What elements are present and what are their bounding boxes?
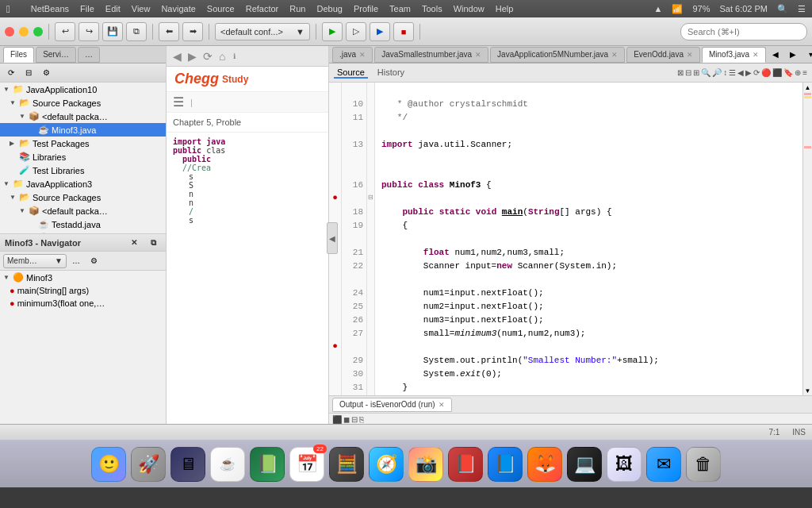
editor-tool-6[interactable]: ↕: [723, 68, 727, 77]
menu-view[interactable]: View: [127, 4, 155, 13]
forward-btn[interactable]: ↪: [79, 22, 99, 41]
dock-calculator[interactable]: 🧮: [329, 447, 364, 482]
tree-item-srcpkg3[interactable]: ▼ 📂 Source Packages: [0, 190, 166, 204]
output-tool-3[interactable]: ⊟: [351, 415, 358, 424]
tree-item-defpkg3[interactable]: ▼ 📦 <default packa…: [0, 204, 166, 217]
sidebar-config-btn[interactable]: ⚙: [38, 66, 54, 80]
editor-tool-14[interactable]: ≡: [802, 68, 807, 77]
editor-tool-4[interactable]: 🔍: [701, 68, 710, 77]
nav-config-btn[interactable]: ⚙: [86, 254, 102, 268]
menu-debug[interactable]: Debug: [312, 4, 347, 13]
tree-item-testpkg10[interactable]: ▶ 📂 Test Packages: [0, 137, 166, 150]
sidebar-sync-btn[interactable]: ⟳: [3, 66, 19, 80]
editor-tool-13[interactable]: ⊕: [795, 68, 801, 77]
back-btn[interactable]: ↩: [55, 22, 75, 41]
close-button[interactable]: [5, 27, 14, 37]
editor-tool-7[interactable]: ☰: [729, 68, 736, 77]
tree-item-defpkg10[interactable]: ▼ 📦 <default packa…: [0, 110, 166, 123]
dock-photos[interactable]: 📸: [408, 447, 443, 482]
chegg-forward-btn[interactable]: ▶: [186, 48, 198, 64]
tab-javasmallest[interactable]: JavaSmallestnumber.java ✕: [374, 47, 488, 63]
tab-javapp5m[interactable]: JavaApplication5MNumber.java ✕: [490, 47, 625, 63]
menu-extra-icon[interactable]: ☰: [798, 4, 806, 14]
collapse-panel-btn[interactable]: ◀: [327, 222, 329, 254]
dock-calendar[interactable]: 📅 22: [289, 447, 324, 482]
dock-launchpad[interactable]: 🚀: [131, 447, 166, 482]
nav-sort-btn[interactable]: …: [68, 254, 84, 268]
editor-tool-5[interactable]: 🔎: [712, 68, 722, 77]
tree-item-testlibs10[interactable]: 🧪 Test Libraries: [0, 164, 166, 177]
menu-help[interactable]: Help: [491, 4, 519, 13]
debug-btn[interactable]: ▶: [370, 22, 390, 41]
tab-java-generic[interactable]: .java ✕: [332, 47, 373, 63]
dock-firefox[interactable]: 🦊: [527, 447, 562, 482]
tree-item-javapp10[interactable]: ▼ 📁 JavaApplication10: [0, 83, 166, 96]
maximize-button[interactable]: [33, 27, 43, 37]
hamburger-icon[interactable]: ☰: [173, 94, 184, 110]
editor-tool-3[interactable]: ⊞: [693, 68, 699, 77]
undo-btn[interactable]: ⬅: [159, 22, 179, 41]
tab-evenodd-close[interactable]: ✕: [687, 51, 693, 59]
menu-navigate[interactable]: Navigate: [156, 4, 200, 13]
config-dropdown[interactable]: <default conf...> ▼: [215, 23, 310, 40]
dock-trash[interactable]: 🗑: [686, 447, 721, 482]
chegg-home-btn[interactable]: ⌂: [217, 48, 227, 64]
menu-source[interactable]: Source: [202, 4, 239, 13]
output-tab-run-close[interactable]: ✕: [439, 401, 445, 409]
output-tool-4[interactable]: ⎘: [359, 415, 364, 424]
dock-terminal[interactable]: 💻: [567, 447, 602, 482]
fold-marker-8[interactable]: ⊟: [367, 190, 374, 204]
tab-extra[interactable]: …: [78, 47, 100, 63]
chegg-back-btn[interactable]: ◀: [171, 48, 183, 64]
dock-excel[interactable]: 📗: [250, 447, 285, 482]
tree-item-javapp3[interactable]: ▼ 📁 JavaApplication3: [0, 177, 166, 190]
stop-btn[interactable]: ■: [393, 22, 414, 41]
menu-netbeans[interactable]: NetBeans: [26, 4, 74, 13]
editor-tab-right-btn[interactable]: ▶: [785, 48, 801, 62]
run-btn[interactable]: ▶: [322, 22, 343, 41]
dock-powerpoint[interactable]: 📕: [448, 447, 483, 482]
editor-tool-10[interactable]: ⟳: [753, 68, 760, 77]
nav-member-main[interactable]: ● main(String[] args): [0, 284, 166, 297]
menu-profile[interactable]: Profile: [349, 4, 383, 13]
right-scroll[interactable]: ▲ ▼: [802, 83, 812, 395]
editor-tool-1[interactable]: ⊠: [677, 68, 684, 77]
menu-tools[interactable]: Tools: [417, 4, 447, 13]
dock-preview[interactable]: 🖼: [607, 447, 642, 482]
menu-edit[interactable]: Edit: [101, 4, 125, 13]
code-content[interactable]: * @author crystalrschmidt */ import java…: [375, 83, 802, 395]
tree-item-libs10[interactable]: 📚 Libraries: [0, 150, 166, 164]
tab-java-generic-close[interactable]: ✕: [359, 51, 366, 59]
output-tool-2[interactable]: ◼: [343, 415, 350, 424]
dock-safari[interactable]: 🧭: [369, 447, 404, 482]
scroll-down-btn[interactable]: ▼: [803, 386, 812, 395]
redo-btn[interactable]: ➡: [182, 22, 203, 41]
tab-services[interactable]: Servi…: [36, 47, 76, 63]
search-icon[interactable]: 🔍: [777, 4, 788, 14]
chegg-reload-btn[interactable]: ⟳: [201, 48, 214, 64]
output-tab-run[interactable]: Output - isEvenorOdd (run) ✕: [332, 398, 452, 412]
dock-netbeans[interactable]: ☕: [210, 447, 245, 482]
editor-tool-11[interactable]: 🔴: [761, 68, 771, 77]
run-file-btn[interactable]: ▷: [346, 22, 366, 41]
nav-float-btn[interactable]: ⧉: [145, 236, 161, 250]
menu-refactor[interactable]: Refactor: [241, 4, 284, 13]
minimize-button[interactable]: [19, 27, 29, 37]
save-all-btn[interactable]: ⧉: [126, 22, 147, 41]
dock-mission-control[interactable]: 🖥: [170, 447, 205, 482]
menu-team[interactable]: Team: [385, 4, 416, 13]
tree-item-testadd[interactable]: ☕ Testadd.java: [0, 217, 166, 231]
tree-item-srcpkg10[interactable]: ▼ 📂 Source Packages: [0, 96, 166, 110]
search-input[interactable]: [680, 23, 807, 40]
editor-tool-9[interactable]: ▶: [745, 68, 752, 77]
editor-tab-left-btn[interactable]: ◀: [768, 48, 783, 62]
nav-filter-dropdown[interactable]: Memb… ▼: [3, 254, 67, 268]
editor-tool-2[interactable]: ⊟: [685, 68, 691, 77]
sidebar-collapse-btn[interactable]: ⊟: [21, 66, 36, 80]
output-tool-1[interactable]: ⬛: [332, 415, 342, 424]
history-tab[interactable]: History: [374, 67, 408, 79]
save-btn[interactable]: 💾: [102, 22, 123, 41]
nav-close-btn[interactable]: ✕: [126, 236, 142, 250]
tab-minof3-close[interactable]: ✕: [753, 51, 759, 59]
tab-minof3[interactable]: Minof3.java ✕: [702, 47, 766, 63]
